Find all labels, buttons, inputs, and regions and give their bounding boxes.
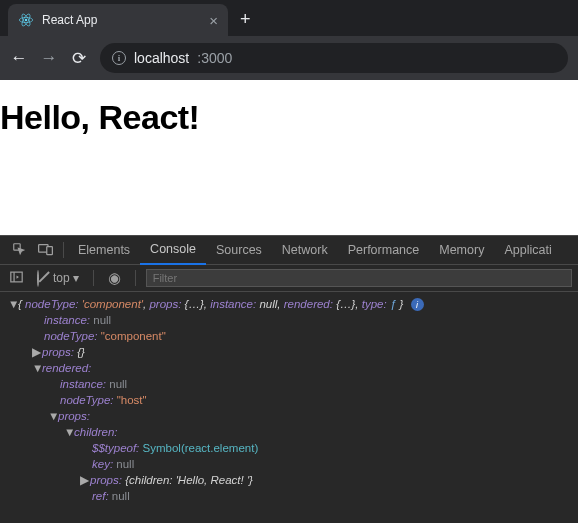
close-icon[interactable]: × <box>209 13 218 28</box>
key[interactable]: children: <box>74 426 117 438</box>
key[interactable]: props: <box>90 474 122 486</box>
val: "host" <box>117 394 147 406</box>
val: null <box>112 490 130 502</box>
console-toolbar: top ▾ ◉ <box>0 265 578 292</box>
key[interactable]: rendered: <box>42 362 91 374</box>
key: instance: <box>44 314 90 326</box>
filter-input[interactable] <box>146 269 572 287</box>
url-port: :3000 <box>197 50 232 66</box>
brace: } <box>399 298 403 310</box>
key[interactable]: props: <box>58 410 90 422</box>
key: nodeType: <box>44 330 98 342</box>
key: props: <box>149 298 181 310</box>
divider <box>135 270 136 286</box>
context-label: top <box>53 271 70 285</box>
inspect-icon[interactable] <box>6 242 32 259</box>
key[interactable]: props: <box>42 346 74 358</box>
key: nodeType: <box>25 298 79 310</box>
key: type: <box>362 298 387 310</box>
forward-button[interactable]: → <box>40 48 58 68</box>
key: instance: <box>60 378 106 390</box>
new-tab-button[interactable]: + <box>240 9 251 30</box>
page-heading: Hello, React! <box>0 98 578 137</box>
val: 'component' <box>82 298 143 310</box>
val: null <box>116 458 134 470</box>
chevron-down-icon: ▾ <box>73 271 79 285</box>
val: null <box>259 298 277 310</box>
address-input[interactable]: i localhost:3000 <box>100 43 568 73</box>
site-info-icon[interactable]: i <box>112 51 126 65</box>
reload-button[interactable]: ⟳ <box>70 48 88 69</box>
address-bar: ← → ⟳ i localhost:3000 <box>0 36 578 80</box>
tab-elements[interactable]: Elements <box>68 236 140 265</box>
sidebar-toggle-icon[interactable] <box>6 271 27 286</box>
val: Symbol(react.element) <box>143 442 259 454</box>
context-selector[interactable]: top ▾ <box>49 271 83 285</box>
val: null <box>109 378 127 390</box>
divider <box>93 270 94 286</box>
tab-console[interactable]: Console <box>140 236 206 265</box>
key: rendered: <box>284 298 333 310</box>
tab-performance[interactable]: Performance <box>338 236 430 265</box>
key: key: <box>92 458 113 470</box>
key: instance: <box>210 298 256 310</box>
back-button[interactable]: ← <box>10 48 28 68</box>
tab-memory[interactable]: Memory <box>429 236 494 265</box>
val: ƒ <box>390 298 396 310</box>
device-toggle-icon[interactable] <box>32 242 59 259</box>
url-host: localhost <box>134 50 189 66</box>
divider <box>63 242 64 258</box>
browser-tab-bar: React App × + <box>0 0 578 36</box>
console-output[interactable]: ▼{ nodeType: 'component', props: {…}, in… <box>0 292 578 508</box>
val: "component" <box>101 330 166 342</box>
val: {children: 'Hello, React! '} <box>125 474 253 486</box>
val: null <box>93 314 111 326</box>
key: ref: <box>92 490 109 502</box>
info-icon[interactable]: i <box>411 298 424 311</box>
brace: { <box>18 298 22 310</box>
key: $$typeof: <box>92 442 139 454</box>
val: {…} <box>185 298 204 310</box>
key: nodeType: <box>60 394 114 406</box>
react-icon <box>18 12 34 28</box>
devtools-panel: Elements Console Sources Network Perform… <box>0 235 578 523</box>
val: {…} <box>336 298 355 310</box>
tab-application[interactable]: Applicati <box>494 236 561 265</box>
tab-sources[interactable]: Sources <box>206 236 272 265</box>
svg-rect-6 <box>47 246 53 254</box>
tab-network[interactable]: Network <box>272 236 338 265</box>
val: {} <box>77 346 85 358</box>
page-content: Hello, React! <box>0 80 578 235</box>
clear-console-icon[interactable] <box>33 271 43 286</box>
live-expression-icon[interactable]: ◉ <box>104 269 125 287</box>
tab-title: React App <box>42 13 201 27</box>
browser-tab-active[interactable]: React App × <box>8 4 228 36</box>
devtools-tabbar: Elements Console Sources Network Perform… <box>0 236 578 265</box>
